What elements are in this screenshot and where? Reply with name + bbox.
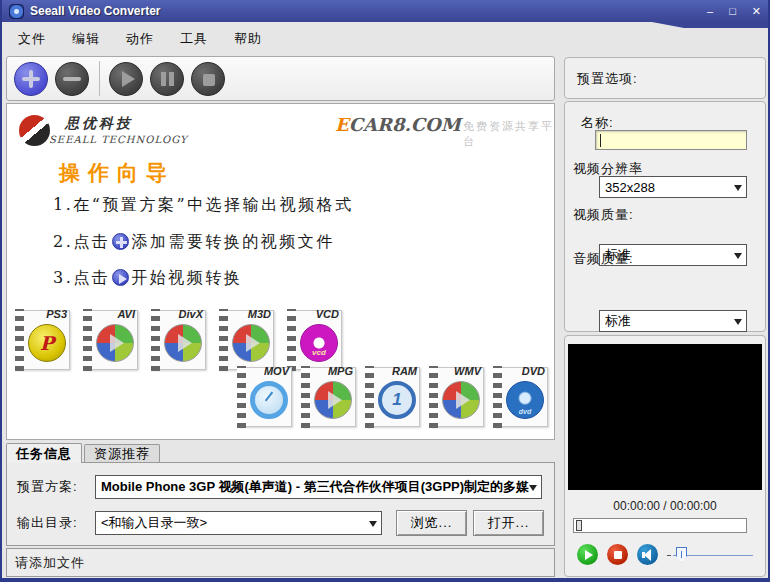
stop-button[interactable] [191, 62, 225, 96]
time-display: 00:00:00 / 00:00:00 [565, 499, 765, 513]
player-disc-icon [164, 324, 202, 362]
preset-value: Mobile Phone 3GP 视频(单声道) - 第三代合作伙伴项目(3GP… [101, 478, 529, 496]
filmstrip-icon [429, 366, 438, 428]
format-label: PS3 [46, 308, 67, 320]
app-window: Seeall Video Converter – □ ✕ 文件编辑动作工具帮助 … [0, 0, 770, 582]
video-preview [568, 344, 762, 490]
site-name: ECAR8.COM [335, 114, 461, 135]
format-label: DVD [522, 365, 545, 377]
name-input[interactable] [595, 130, 747, 150]
format-icon-mpg: MPG [299, 364, 356, 430]
seek-slider[interactable] [573, 518, 747, 533]
status-bar: 请添加文件 [6, 548, 555, 577]
format-label: M3D [248, 308, 271, 320]
status-text: 请添加文件 [15, 554, 85, 572]
format-label: VCD [316, 308, 339, 320]
video-quality-label: 视频质量: [573, 206, 634, 224]
toolbar-divider [99, 61, 100, 96]
format-icon-wmv: WMV [427, 364, 484, 430]
toolbar [6, 56, 555, 101]
menu-item[interactable]: 编辑 [72, 30, 100, 48]
audio-quality-label: 音频质量: [573, 250, 634, 268]
mov-disc-icon [250, 381, 288, 419]
format-icon-divx: DivX [149, 307, 206, 373]
disc-glyph: vcd [301, 325, 337, 361]
player-panel: 00:00:00 / 00:00:00 [564, 335, 766, 577]
ram-disc-icon: 1 [378, 381, 416, 419]
preset-options-header-box: 预置选项: [564, 57, 766, 99]
menu-item[interactable]: 工具 [180, 30, 208, 48]
vcd-disc-icon: vcd [300, 324, 338, 362]
volume-icon[interactable] [637, 544, 658, 565]
window-title: Seeall Video Converter [30, 4, 161, 18]
filmstrip-icon [219, 309, 228, 371]
filmstrip-icon [365, 366, 374, 428]
player-disc-icon [232, 324, 270, 362]
preset-select[interactable]: Mobile Phone 3GP 视频(单声道) - 第三代合作伙伴项目(3GP… [95, 475, 542, 499]
format-icon-mov: MOV [235, 364, 292, 430]
preset-options-title: 预置选项: [577, 70, 638, 88]
format-label: MOV [264, 365, 289, 377]
menu-item[interactable]: 帮助 [234, 30, 262, 48]
preview-stop-button[interactable] [607, 544, 628, 565]
tab-resources[interactable]: 资源推荐 [84, 444, 160, 463]
guide-step: 2.点击添加需要转换的视频文件 [53, 232, 335, 253]
audio-quality-select[interactable]: 标准 [599, 310, 747, 332]
text-caret [600, 134, 601, 147]
logo-chinese-name: 思优科技 [65, 115, 133, 133]
audio-quality-value: 标准 [605, 312, 631, 330]
filmstrip-icon [287, 309, 296, 371]
menubar: 文件编辑动作工具帮助 [4, 22, 560, 56]
remove-button[interactable] [55, 62, 89, 96]
menu-item[interactable]: 文件 [18, 30, 46, 48]
filmstrip-icon [151, 309, 160, 371]
guide-step-text: 开始视频转换 [131, 268, 242, 287]
open-button[interactable]: 打开... [473, 510, 544, 536]
guide-step-text: 2.点击 [53, 232, 110, 251]
filmstrip-icon [493, 366, 502, 428]
logo-english-name: SEEALL TECHNOLOGY [49, 134, 188, 145]
titlebar: Seeall Video Converter – □ ✕ [2, 0, 768, 22]
output-dir-select[interactable]: <和输入目录一致> [95, 511, 382, 535]
format-label: DivX [179, 308, 203, 320]
volume-slider-thumb[interactable] [676, 547, 687, 563]
minimize-button[interactable]: – [707, 6, 713, 17]
tab-task-info[interactable]: 任务信息 [6, 443, 82, 463]
guide-step-text: 3.点击 [53, 268, 110, 287]
resolution-select[interactable]: 352x288 [599, 176, 747, 198]
browse-button[interactable]: 浏览... [396, 510, 467, 536]
maximize-button[interactable]: □ [729, 6, 736, 17]
chevron-down-icon [734, 319, 742, 329]
chevron-down-icon [734, 253, 742, 263]
tabbar: 任务信息资源推荐 [6, 443, 160, 463]
pause-button[interactable] [150, 62, 184, 96]
player-controls [577, 544, 753, 565]
add-button[interactable] [14, 62, 48, 96]
format-label: AVI [117, 308, 135, 320]
guide-step-text: 1.在“预置方案”中选择输出视频格式 [53, 195, 354, 214]
close-button[interactable]: ✕ [752, 6, 761, 17]
seek-slider-thumb[interactable] [576, 520, 582, 531]
dvd-disc-icon: dvd [506, 381, 544, 419]
guide-step: 1.在“预置方案”中选择输出视频格式 [53, 195, 354, 216]
seeall-logo-icon [19, 115, 50, 146]
menu-item[interactable]: 动作 [126, 30, 154, 48]
format-icon-ram: RAM1 [363, 364, 420, 430]
format-icon-ps3: PS3P [13, 307, 70, 373]
play-button[interactable] [109, 62, 143, 96]
task-info-panel: 预置方案: Mobile Phone 3GP 视频(单声道) - 第三代合作伙伴… [6, 462, 555, 546]
filmstrip-icon [15, 309, 24, 371]
chevron-down-icon [369, 521, 377, 531]
format-label: RAM [392, 365, 417, 377]
format-icon-dvd: DVDdvd [491, 364, 548, 430]
volume-slider[interactable] [667, 546, 753, 564]
preview-play-button[interactable] [577, 544, 598, 565]
ps3-disc-icon: P [28, 324, 66, 362]
disc-glyph: dvd [507, 382, 543, 418]
chevron-down-icon [734, 185, 742, 195]
titlebar-decoration [652, 22, 770, 28]
format-icons-row2: MOVMPGRAM1WMVDVDdvd [235, 364, 548, 430]
film-reel-icon [9, 4, 24, 19]
format-icon-avi: AVI [81, 307, 138, 373]
guide-step-text: 添加需要转换的视频文件 [131, 232, 335, 251]
